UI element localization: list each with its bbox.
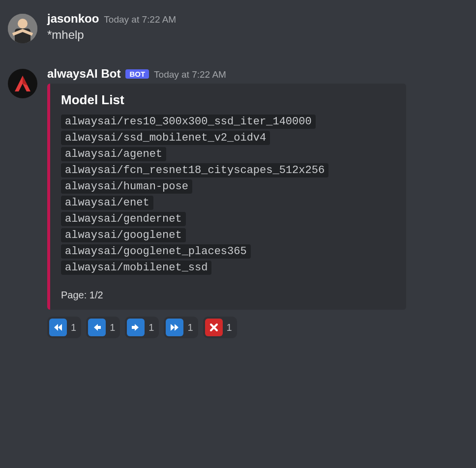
list-item: alwaysai/gendernet <box>61 212 186 226</box>
message-content: alwaysAI Bot BOT Today at 7:22 AM Model … <box>47 67 468 338</box>
list-item: alwaysai/googlenet_places365 <box>61 244 251 259</box>
reaction-count: 1 <box>110 322 115 333</box>
reaction-close[interactable]: 1 <box>203 317 237 338</box>
embed: Model List alwaysai/res10_300x300_ssd_it… <box>47 84 406 310</box>
list-item: alwaysai/fcn_resnet18_cityscapes_512x256 <box>61 163 328 177</box>
page-indicator: Page: 1/2 <box>61 290 395 301</box>
message-content: jasonkoo Today at 7:22 AM *mhelp <box>47 12 468 43</box>
message-header: jasonkoo Today at 7:22 AM <box>47 12 468 26</box>
embed-title: Model List <box>61 92 395 108</box>
username[interactable]: jasonkoo <box>47 12 99 26</box>
list-item: alwaysai/human-pose <box>61 179 192 194</box>
reaction-count: 1 <box>227 322 232 333</box>
model-list: alwaysai/res10_300x300_ssd_iter_140000 a… <box>61 115 395 275</box>
reaction-count: 1 <box>71 322 76 333</box>
avatar[interactable] <box>8 14 37 43</box>
fast-forward-icon <box>166 319 183 336</box>
close-icon <box>205 319 223 336</box>
reaction-rewind[interactable]: 1 <box>47 317 81 338</box>
message-user: jasonkoo Today at 7:22 AM *mhelp <box>0 8 476 43</box>
back-icon <box>88 319 106 336</box>
timestamp: Today at 7:22 AM <box>154 69 226 80</box>
bot-tag: BOT <box>125 69 149 79</box>
list-item: alwaysai/enet <box>61 196 153 210</box>
avatar[interactable] <box>8 69 37 98</box>
list-item: alwaysai/ssd_mobilenet_v2_oidv4 <box>61 131 270 145</box>
forward-icon <box>127 319 145 336</box>
reactions-bar: 1 1 1 1 <box>47 317 468 338</box>
reaction-back[interactable]: 1 <box>86 317 120 338</box>
list-item: alwaysai/googlenet <box>61 228 186 242</box>
reaction-count: 1 <box>187 322 193 333</box>
list-item: alwaysai/mobilenet_ssd <box>61 261 211 275</box>
timestamp: Today at 7:22 AM <box>104 14 176 25</box>
svg-point-1 <box>18 19 28 29</box>
list-item: alwaysai/agenet <box>61 147 166 161</box>
message-header: alwaysAI Bot BOT Today at 7:22 AM <box>47 67 468 81</box>
reaction-count: 1 <box>149 322 154 333</box>
rewind-icon <box>49 319 67 336</box>
message-bot: alwaysAI Bot BOT Today at 7:22 AM Model … <box>0 63 476 338</box>
user-avatar-icon <box>8 14 37 43</box>
reaction-fast-forward[interactable]: 1 <box>164 317 198 338</box>
reaction-forward[interactable]: 1 <box>125 317 159 338</box>
list-item: alwaysai/res10_300x300_ssd_iter_140000 <box>61 115 316 129</box>
username[interactable]: alwaysAI Bot <box>47 67 120 81</box>
bot-logo-icon <box>13 74 32 93</box>
message-text: *mhelp <box>47 27 468 43</box>
